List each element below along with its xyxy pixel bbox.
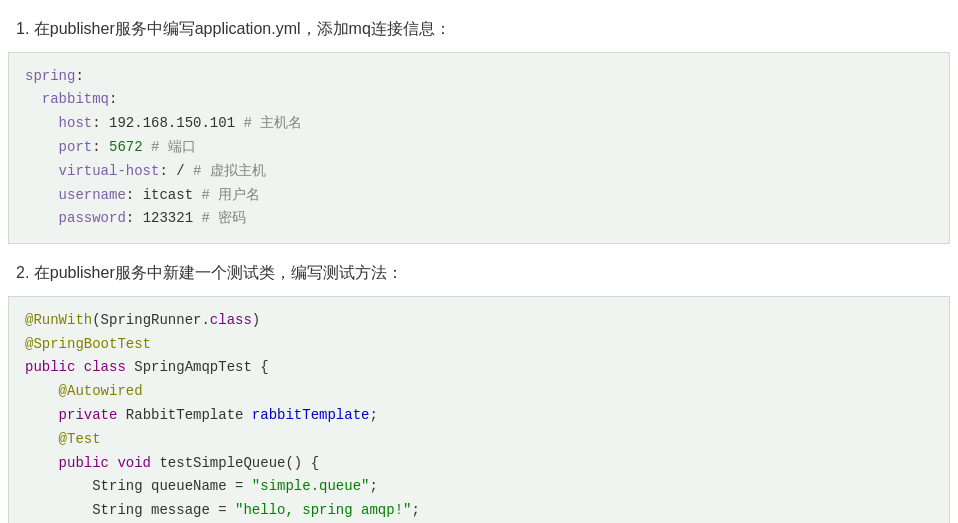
yaml-code-block: spring: rabbitmq: host: 192.168.150.101 … [8, 52, 950, 245]
section-2: 2. 在publisher服务中新建一个测试类，编写测试方法： @RunWith… [0, 254, 958, 523]
section-1-title: 1. 在publisher服务中编写application.yml，添加mq连接… [0, 10, 958, 48]
section-1: 1. 在publisher服务中编写application.yml，添加mq连接… [0, 10, 958, 244]
java-code-block: @RunWith(SpringRunner.class) @SpringBoot… [8, 296, 950, 523]
section-2-title: 2. 在publisher服务中新建一个测试类，编写测试方法： [0, 254, 958, 292]
